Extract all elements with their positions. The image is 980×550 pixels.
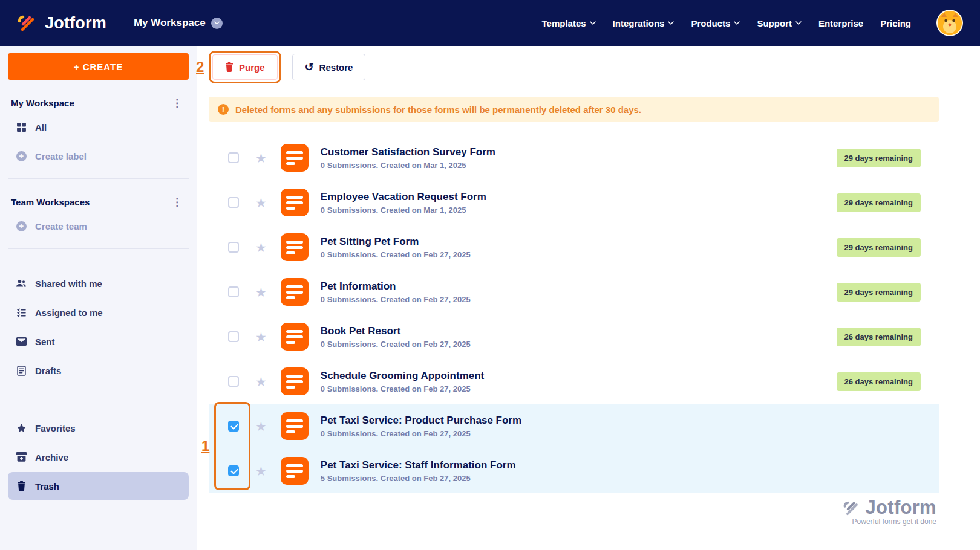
row-checkbox[interactable] [228, 465, 239, 476]
form-meta: 0 Submissions. Created on Feb 27, 2025 [321, 295, 471, 304]
warning-icon: ! [218, 104, 229, 115]
nav-link-pricing[interactable]: Pricing [880, 18, 911, 28]
form-title[interactable]: Pet Taxi Service: Staff Information Form [321, 459, 516, 471]
avatar-image [938, 11, 962, 35]
nav-link-label: Integrations [613, 18, 665, 28]
nav-link-integrations[interactable]: Integrations [613, 18, 675, 28]
workspace-switcher[interactable]: My Workspace [134, 17, 223, 29]
sidebar-item-trash[interactable]: Trash [8, 472, 189, 500]
people-icon [15, 279, 27, 288]
form-meta: 5 Submissions. Created on Feb 27, 2025 [321, 474, 516, 483]
sidebar-item-create-team[interactable]: + Create team [8, 212, 189, 240]
document-icon [15, 366, 27, 376]
form-icon [281, 323, 309, 351]
form-row: ★ Pet Sitting Pet Form 0 Submissions. Cr… [209, 225, 939, 270]
restore-icon: ↺ [305, 62, 314, 73]
star-icon[interactable]: ★ [255, 152, 267, 164]
sidebar: + CREATE My Workspace ⋮ All + Create lab… [0, 46, 197, 550]
star-icon[interactable]: ★ [255, 241, 267, 254]
nav-link-enterprise[interactable]: Enterprise [818, 18, 863, 28]
form-icon [281, 189, 309, 216]
deletion-warning-banner: ! Deleted forms and any submissions for … [209, 97, 939, 122]
star-icon[interactable]: ★ [255, 465, 267, 477]
section-title: My Workspace [11, 98, 74, 108]
form-title[interactable]: Book Pet Resort [321, 325, 471, 337]
nav-link-support[interactable]: Support [757, 18, 802, 28]
star-icon[interactable]: ★ [255, 286, 267, 299]
purge-button[interactable]: Purge [212, 54, 278, 80]
annotation-box-step-2: 2 Purge [209, 51, 281, 83]
nav-link-templates[interactable]: Templates [541, 18, 595, 28]
jotform-logo-icon [17, 14, 38, 32]
checklist-icon [15, 308, 27, 317]
plus-circle-icon: + [15, 151, 27, 161]
sidebar-item-label: Archive [35, 452, 68, 462]
sidebar-item-all[interactable]: All [8, 113, 189, 141]
sidebar-item-sent[interactable]: Sent [8, 328, 189, 355]
form-row: ★ Schedule Grooming Appointment 0 Submis… [209, 359, 939, 404]
form-row: ★ Pet Taxi Service: Staff Information Fo… [209, 448, 939, 493]
form-title[interactable]: Schedule Grooming Appointment [321, 370, 484, 382]
row-checkbox[interactable] [228, 376, 239, 387]
annotation-step-2-label: 2 [196, 59, 204, 76]
form-icon [281, 367, 309, 395]
kebab-menu-icon[interactable]: ⋮ [168, 97, 186, 109]
star-icon [15, 423, 27, 433]
user-avatar[interactable] [936, 10, 963, 36]
form-icon [281, 144, 309, 172]
nav-link-products[interactable]: Products [691, 18, 740, 28]
sidebar-divider [8, 393, 189, 393]
form-meta: 0 Submissions. Created on Feb 27, 2025 [321, 250, 471, 259]
days-remaining-badge: 29 days remaining [837, 283, 921, 302]
sidebar-item-favorites[interactable]: Favorites [8, 414, 189, 442]
watermark-wordmark: Jotform [866, 497, 937, 519]
star-icon[interactable]: ★ [255, 420, 267, 433]
form-meta: 0 Submissions. Created on Mar 1, 2025 [321, 205, 486, 215]
chevron-down-icon [668, 21, 674, 25]
sidebar-item-assigned-to-me[interactable]: Assigned to me [8, 299, 189, 326]
sidebar-item-shared-with-me[interactable]: Shared with me [8, 270, 189, 297]
grid-icon [15, 122, 27, 132]
sidebar-item-create-label[interactable]: + Create label [8, 142, 189, 170]
warning-text: Deleted forms and any submissions for th… [235, 105, 641, 115]
chevron-down-icon [590, 21, 596, 25]
sidebar-item-label: Create team [35, 221, 87, 231]
sidebar-item-label: All [35, 122, 47, 132]
sidebar-item-label: Favorites [35, 423, 76, 433]
form-title[interactable]: Pet Sitting Pet Form [321, 236, 471, 248]
form-title[interactable]: Pet Information [321, 280, 471, 293]
form-row: ★ Employee Vacation Request Form 0 Submi… [209, 180, 939, 225]
star-icon[interactable]: ★ [255, 331, 267, 343]
star-icon[interactable]: ★ [255, 196, 267, 209]
sidebar-item-label: Trash [35, 481, 59, 491]
form-row: ★ Pet Information 0 Submissions. Created… [209, 270, 939, 314]
form-row: ★ Customer Satisfaction Survey Form 0 Su… [209, 135, 939, 180]
form-meta: 0 Submissions. Created on Feb 27, 2025 [321, 429, 521, 438]
jotform-watermark: Jotform Powerful forms get it done [843, 497, 937, 526]
jotform-logo[interactable]: Jotform [17, 14, 106, 33]
kebab-menu-icon[interactable]: ⋮ [168, 196, 186, 209]
form-title[interactable]: Pet Taxi Service: Product Purchase Form [321, 415, 521, 427]
trash-toolbar: 2 Purge ↺ Restore [209, 51, 939, 83]
restore-label: Restore [319, 62, 353, 73]
row-checkbox[interactable] [228, 197, 239, 208]
star-icon[interactable]: ★ [255, 375, 267, 388]
sidebar-section-team-workspaces: Team Workspaces ⋮ [11, 196, 186, 209]
watermark-tagline: Powerful forms get it done [843, 517, 937, 526]
form-title[interactable]: Employee Vacation Request Form [321, 191, 486, 203]
nav-link-label: Enterprise [818, 18, 863, 28]
row-checkbox[interactable] [228, 421, 239, 432]
sidebar-item-drafts[interactable]: Drafts [8, 357, 189, 384]
trashed-forms-list: ★ Customer Satisfaction Survey Form 0 Su… [209, 135, 939, 493]
row-checkbox[interactable] [228, 242, 239, 253]
row-checkbox[interactable] [228, 286, 239, 297]
row-checkbox[interactable] [228, 331, 239, 342]
row-checkbox[interactable] [228, 152, 239, 163]
restore-button[interactable]: ↺ Restore [292, 54, 366, 80]
form-title[interactable]: Customer Satisfaction Survey Form [321, 146, 495, 158]
sidebar-item-label: Create label [35, 151, 87, 161]
sidebar-item-archive[interactable]: Archive [8, 443, 189, 471]
nav-link-label: Products [691, 18, 730, 28]
create-button[interactable]: + CREATE [8, 53, 189, 80]
sidebar-item-label: Shared with me [35, 279, 102, 289]
